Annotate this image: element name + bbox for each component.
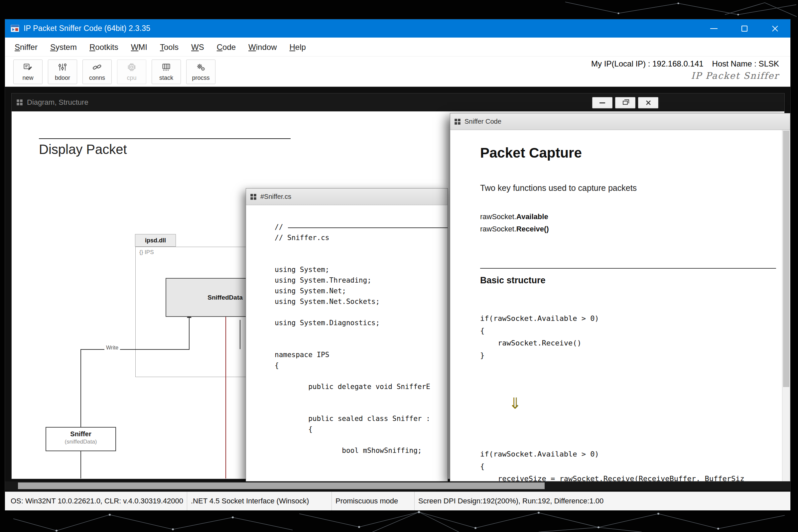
mdi-area: Diagram, Structure Display Packet ipsd.d…	[5, 87, 790, 491]
class-box-sniffer[interactable]: Sniffer (sniffedData)	[45, 427, 116, 451]
process-icon	[196, 62, 206, 73]
restore-icon	[623, 101, 628, 105]
mdi-hscrollbar[interactable]	[5, 481, 790, 490]
section-divider	[480, 268, 776, 269]
sniffer-code-titlebar[interactable]: Sniffer Code	[450, 113, 790, 130]
app-icon	[10, 24, 20, 33]
menu-ws[interactable]: WS	[185, 38, 210, 57]
minimize-icon	[600, 102, 605, 103]
association-line	[240, 320, 241, 349]
toolbar-buttons: new bdoor	[13, 59, 215, 84]
status-socket-interface: .NET 4.5 Socket Interface (Winsock)	[187, 492, 332, 510]
association-line	[80, 349, 81, 427]
sniffer-code-content: Packet Capture Two key functions used to…	[450, 130, 790, 481]
diagram-window-controls	[592, 97, 658, 108]
status-promiscuous-mode: Promiscuous mode	[332, 492, 415, 510]
toolbar-button-label: conns	[89, 75, 105, 81]
menu-tools[interactable]: Tools	[154, 38, 185, 57]
my-ip-label: My IP(Local IP) : 192.168.0.141	[591, 59, 704, 68]
association-line	[189, 318, 190, 350]
code-file-title: #Sniffer.cs	[260, 193, 291, 201]
brand-signature: IP Packet Sniffer	[591, 71, 779, 81]
api-line-available: rawSocket.Available	[480, 212, 548, 221]
window-icon	[16, 99, 23, 106]
lifeline-red	[225, 317, 226, 478]
toolbar-button-conns[interactable]: conns	[82, 59, 112, 84]
minimize-button[interactable]	[699, 19, 729, 38]
minimize-icon	[710, 28, 718, 29]
close-button[interactable]	[760, 19, 790, 38]
status-bar: OS: Win32NT 10.0.22621.0, CLR: v.4.0.303…	[5, 491, 790, 510]
menu-help[interactable]: Help	[283, 38, 312, 57]
toolbar-button-cpu[interactable]: cpu	[117, 59, 146, 84]
window-icon	[250, 193, 257, 200]
class-subtitle: (sniffedData)	[46, 439, 115, 445]
window-icon	[454, 118, 461, 125]
association-line	[80, 349, 189, 350]
sniffer-code-title: Sniffer Code	[464, 118, 501, 125]
toolbar-button-label: stack	[159, 75, 173, 81]
source-code: // // Sniffer.cs using System; using Sys…	[246, 205, 448, 481]
package-tab-ipsd-dll[interactable]: ipsd.dll	[135, 234, 176, 247]
toolbar-button-bdoor[interactable]: bdoor	[48, 59, 77, 84]
maximize-button[interactable]	[729, 19, 760, 38]
menu-sniffer[interactable]: Sniffer	[8, 38, 44, 57]
diagram-window-titlebar[interactable]: Diagram, Structure	[12, 93, 784, 111]
toolbar-button-stack[interactable]: stack	[152, 59, 181, 84]
class-name: Sniffer	[46, 430, 115, 438]
slide-rule	[39, 138, 291, 139]
comment-rule	[288, 227, 448, 228]
host-info: My IP(Local IP) : 192.168.0.141Host Name…	[591, 59, 779, 81]
close-icon	[646, 100, 651, 106]
child-close-button[interactable]	[638, 97, 658, 108]
menu-system[interactable]: System	[44, 38, 83, 57]
down-arrow-icon: ⇓	[509, 394, 522, 412]
scrollbar-thumb[interactable]	[18, 482, 545, 489]
backdoor-icon	[58, 62, 67, 73]
toolbar-button-label: procss	[192, 75, 209, 81]
menu-wmi[interactable]: WMI	[125, 38, 154, 57]
slide-heading: Packet Capture	[480, 145, 582, 161]
code-file-window: #Sniffer.cs // // Sniffer.cs using Syste…	[246, 188, 448, 481]
toolbar-button-label: bdoor	[55, 75, 70, 81]
toolbar-button-new[interactable]: new	[13, 59, 42, 84]
scrollbar-thumb[interactable]	[783, 131, 790, 387]
connections-icon	[92, 62, 102, 73]
child-restore-button[interactable]	[615, 97, 635, 108]
cpu-icon	[127, 62, 136, 73]
app-titlebar[interactable]: IP Packet Sniffer Code (64bit) 2.3.35	[5, 19, 790, 38]
diagram-heading: Display Packet	[39, 142, 127, 157]
close-icon	[772, 25, 779, 32]
association-line	[80, 451, 81, 478]
toolbar-button-procss[interactable]: procss	[186, 59, 215, 84]
desktop: IP Packet Sniffer Code (64bit) 2.3.35 Sn…	[0, 0, 798, 532]
host-name-label: Host Name : SLSK	[712, 59, 779, 68]
status-os: OS: Win32NT 10.0.22621.0, CLR: v.4.0.303…	[5, 492, 187, 510]
app-title: IP Packet Sniffer Code (64bit) 2.3.35	[24, 24, 150, 33]
vertical-scrollbar[interactable]	[782, 130, 790, 481]
toolbar-button-label: new	[22, 75, 33, 81]
toolbar: new bdoor	[5, 57, 790, 87]
menu-bar: Sniffer System Rootkits WMI Tools WS Cod…	[5, 38, 790, 57]
menu-code[interactable]: Code	[210, 38, 242, 57]
new-icon	[23, 62, 33, 73]
toolbar-button-label: cpu	[127, 75, 136, 81]
edge-label-write: Write	[104, 345, 120, 351]
api-line-receive: rawSocket.Receive()	[480, 225, 549, 233]
code-file-titlebar[interactable]: #Sniffer.cs	[246, 189, 448, 205]
section-heading: Basic structure	[480, 275, 546, 286]
slide-subheading: Two key functions used to capture packet…	[480, 183, 637, 193]
status-dpi: Screen DPI Design:192(200%), Run:192, Di…	[415, 492, 790, 510]
namespace-label: {} IPS	[139, 249, 154, 256]
code-snippet-basic: if(rawSocket.Available > 0) { rawSocket.…	[480, 312, 599, 361]
menu-window[interactable]: Window	[242, 38, 283, 57]
window-controls	[699, 19, 790, 38]
app-window: IP Packet Sniffer Code (64bit) 2.3.35 Sn…	[5, 19, 791, 510]
code-snippet-expanded: if(rawSocket.Available > 0) { receiveSiz…	[480, 448, 744, 481]
sniffer-code-window: Sniffer Code Packet Capture Two key func…	[450, 113, 790, 481]
maximize-icon	[741, 25, 747, 32]
stack-icon	[162, 62, 171, 73]
child-minimize-button[interactable]	[592, 97, 612, 108]
menu-rootkits[interactable]: Rootkits	[83, 38, 125, 57]
diagram-window-title: Diagram, Structure	[27, 98, 89, 107]
